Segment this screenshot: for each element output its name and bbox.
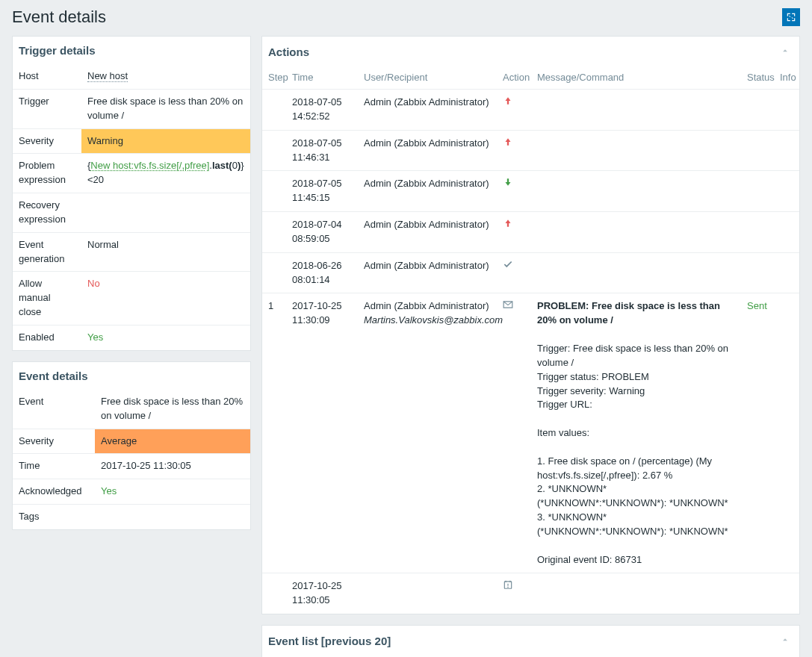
actions-time: 2018-07-04 08:59:05 [288,212,359,253]
event-list-card: Event list [previous 20] Time Recovery t… [261,625,800,657]
event-time-label: Time [13,454,95,479]
svg-point-1 [507,587,508,588]
actions-step [262,252,288,293]
page-title: Event details [12,7,106,27]
actions-step: 1 [262,293,288,573]
trigger-allow-label: Allow manual close [13,272,81,326]
arrow-down-icon [503,178,513,190]
actions-user: Admin (Zabbix Administrator) [364,260,489,271]
trigger-expr-link[interactable]: New host:vfs.fs.size[/,pfree] [90,160,209,171]
actions-step [262,573,288,614]
actions-step [262,90,288,131]
trigger-host-label: Host [13,64,81,89]
event-ack-value: Yes [101,485,117,496]
actions-row: 2017-10-25 11:30:05 [262,573,799,614]
arrow-up-icon [503,97,513,108]
fullscreen-icon [786,12,796,22]
problem-generated-icon [503,581,513,592]
actions-row: 2018-07-05 11:46:31Admin (Zabbix Adminis… [262,130,799,171]
actions-user: Admin (Zabbix Administrator) [364,300,489,311]
actions-row: 2018-06-26 08:01:14Admin (Zabbix Adminis… [262,252,799,293]
trigger-details-title: Trigger details [19,44,96,57]
event-severity-label: Severity [13,429,95,454]
trigger-label: Trigger [13,89,81,128]
actions-collapse-toggle[interactable] [777,44,793,60]
actions-th-time: Time [288,67,359,90]
actions-time: 2017-10-25 11:30:05 [288,573,359,614]
actions-th-info: Info [775,67,799,90]
mail-icon [503,301,513,312]
event-severity-value: Average [95,429,250,454]
trigger-expr-value: {New host:vfs.fs.size[/,pfree].last(0)}<… [81,154,250,193]
event-list-collapse-toggle[interactable] [777,633,793,649]
actions-row: 2018-07-05 11:45:15Admin (Zabbix Adminis… [262,171,799,212]
actions-time: 2017-10-25 11:30:09 [288,293,359,573]
actions-row: 2018-07-04 08:59:05Admin (Zabbix Adminis… [262,212,799,253]
actions-msg-title: PROBLEM: Free disk space is less than 20… [537,299,738,328]
actions-row: 2018-07-05 14:52:52Admin (Zabbix Adminis… [262,90,799,131]
event-list-title: Event list [previous 20] [268,635,391,647]
actions-user: Admin (Zabbix Administrator) [364,137,489,149]
check-icon [503,261,513,272]
trigger-value: Free disk space is less than 20% on volu… [81,89,250,128]
actions-step [262,130,288,171]
actions-step [262,212,288,253]
actions-time: 2018-06-26 08:01:14 [288,252,359,293]
event-details-card: Event details Event Free disk space is l… [12,361,251,530]
actions-step [262,171,288,212]
arrow-up-icon [503,219,513,231]
event-time-value: 2017-10-25 11:30:05 [95,454,250,479]
actions-user: Admin (Zabbix Administrator) [364,178,489,189]
trigger-enabled-value: Yes [87,331,103,343]
event-details-title: Event details [19,370,88,382]
trigger-allow-value: No [87,278,100,289]
trigger-enabled-label: Enabled [13,325,81,349]
actions-title: Actions [268,46,309,58]
actions-th-status: Status [743,67,775,90]
actions-user: Admin (Zabbix Administrator) [364,219,489,230]
event-tags-label: Tags [13,505,95,529]
actions-status: Sent [747,300,767,311]
trigger-host-link[interactable]: New host [87,70,128,82]
actions-time: 2018-07-05 11:45:15 [288,171,359,212]
trigger-expr-label: Problem expression [13,154,81,193]
trigger-recov-label: Recovery expression [13,193,81,233]
arrow-up-icon [503,138,513,149]
actions-th-msg: Message/Command [533,67,743,90]
actions-msg-body: Trigger: Free disk space is less than 20… [537,342,738,567]
event-tags-value [95,505,250,529]
actions-row: 12017-10-25 11:30:09Admin (Zabbix Admini… [262,293,799,573]
actions-th-action: Action [498,67,533,90]
trigger-recov-value [81,193,250,233]
event-event-value: Free disk space is less than 20% on volu… [95,390,250,429]
trigger-severity-label: Severity [13,128,81,154]
event-ack-label: Acknowledged [13,479,95,505]
actions-recipient: Martins.Valkovskis@zabbix.com [364,314,503,326]
trigger-gen-value: Normal [81,232,250,272]
actions-time: 2018-07-05 14:52:52 [288,90,359,131]
trigger-details-card: Trigger details Host New host Trigger Fr… [12,36,251,351]
actions-time: 2018-07-05 11:46:31 [288,130,359,171]
actions-th-user: User/Recipient [359,67,498,90]
actions-th-step: Step [262,67,288,90]
actions-user: Admin (Zabbix Administrator) [364,96,489,108]
chevron-up-icon [780,635,790,645]
trigger-gen-label: Event generation [13,232,81,272]
fullscreen-button[interactable] [782,8,800,26]
chevron-up-icon [780,46,790,56]
trigger-severity-value: Warning [81,129,250,154]
event-event-label: Event [13,390,95,429]
actions-card: Actions Step Time User/Recipient Action … [261,36,800,614]
